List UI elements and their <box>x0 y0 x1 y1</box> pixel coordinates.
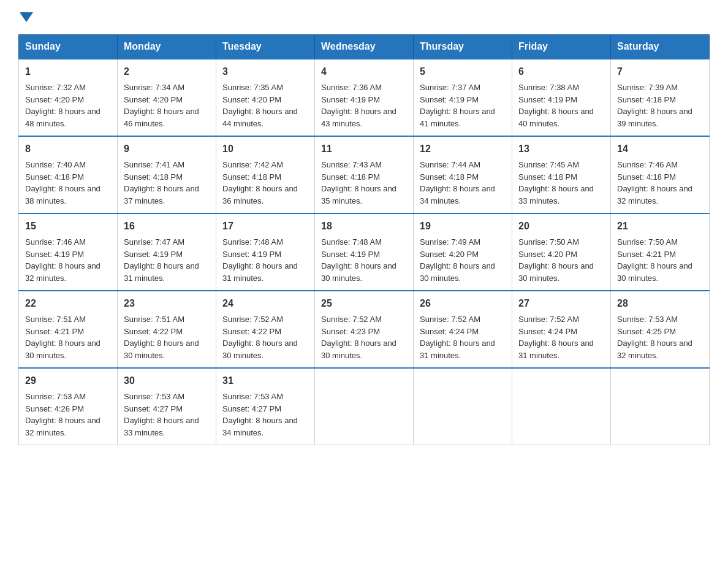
day-number: 9 <box>124 142 210 156</box>
calendar-header-row: SundayMondayTuesdayWednesdayThursdayFrid… <box>19 35 710 59</box>
week-row-2: 8Sunrise: 7:40 AMSunset: 4:18 PMDaylight… <box>19 136 710 213</box>
day-cell-9: 9Sunrise: 7:41 AMSunset: 4:18 PMDaylight… <box>118 136 216 213</box>
day-number: 14 <box>617 142 703 156</box>
week-row-1: 1Sunrise: 7:32 AMSunset: 4:20 PMDaylight… <box>19 59 710 136</box>
day-cell-30: 30Sunrise: 7:53 AMSunset: 4:27 PMDayligh… <box>118 368 216 445</box>
day-number: 13 <box>518 142 604 156</box>
day-number: 29 <box>25 373 111 388</box>
day-cell-10: 10Sunrise: 7:42 AMSunset: 4:18 PMDayligh… <box>216 136 315 213</box>
week-row-3: 15Sunrise: 7:46 AMSunset: 4:19 PMDayligh… <box>19 213 710 291</box>
day-cell-28: 28Sunrise: 7:53 AMSunset: 4:25 PMDayligh… <box>611 291 710 368</box>
day-cell-8: 8Sunrise: 7:40 AMSunset: 4:18 PMDaylight… <box>19 136 118 213</box>
day-number: 23 <box>124 296 210 311</box>
day-cell-29: 29Sunrise: 7:53 AMSunset: 4:26 PMDayligh… <box>19 368 118 445</box>
day-number: 12 <box>420 142 506 156</box>
day-cell-2: 2Sunrise: 7:34 AMSunset: 4:20 PMDaylight… <box>118 59 216 136</box>
day-cell-27: 27Sunrise: 7:52 AMSunset: 4:24 PMDayligh… <box>512 291 611 368</box>
day-number: 1 <box>25 64 111 79</box>
day-header-monday: Monday <box>118 35 216 59</box>
day-cell-24: 24Sunrise: 7:52 AMSunset: 4:22 PMDayligh… <box>216 291 315 368</box>
day-number: 31 <box>222 373 308 388</box>
day-cell-17: 17Sunrise: 7:48 AMSunset: 4:19 PMDayligh… <box>216 213 315 291</box>
day-header-thursday: Thursday <box>414 35 512 59</box>
day-number: 18 <box>321 219 407 234</box>
day-cell-3: 3Sunrise: 7:35 AMSunset: 4:20 PMDaylight… <box>216 59 315 136</box>
day-cell-20: 20Sunrise: 7:50 AMSunset: 4:20 PMDayligh… <box>512 213 611 291</box>
day-number: 3 <box>222 64 308 79</box>
empty-cell <box>611 368 710 445</box>
day-cell-1: 1Sunrise: 7:32 AMSunset: 4:20 PMDaylight… <box>19 59 118 136</box>
day-header-sunday: Sunday <box>19 35 118 59</box>
day-number: 25 <box>321 296 407 311</box>
day-header-saturday: Saturday <box>611 35 710 59</box>
day-cell-14: 14Sunrise: 7:46 AMSunset: 4:18 PMDayligh… <box>611 136 710 213</box>
day-cell-5: 5Sunrise: 7:37 AMSunset: 4:19 PMDaylight… <box>414 59 512 136</box>
logo <box>18 12 33 22</box>
day-number: 24 <box>222 296 308 311</box>
day-number: 5 <box>420 64 506 79</box>
day-header-wednesday: Wednesday <box>315 35 414 59</box>
day-cell-12: 12Sunrise: 7:44 AMSunset: 4:18 PMDayligh… <box>414 136 512 213</box>
day-cell-31: 31Sunrise: 7:53 AMSunset: 4:27 PMDayligh… <box>216 368 315 445</box>
day-number: 17 <box>222 219 308 234</box>
day-number: 20 <box>518 219 604 234</box>
calendar-table: SundayMondayTuesdayWednesdayThursdayFrid… <box>18 34 710 445</box>
day-number: 22 <box>25 296 111 311</box>
week-row-4: 22Sunrise: 7:51 AMSunset: 4:21 PMDayligh… <box>19 291 710 368</box>
day-cell-16: 16Sunrise: 7:47 AMSunset: 4:19 PMDayligh… <box>118 213 216 291</box>
day-number: 11 <box>321 142 407 156</box>
day-number: 16 <box>124 219 210 234</box>
day-cell-18: 18Sunrise: 7:48 AMSunset: 4:19 PMDayligh… <box>315 213 414 291</box>
day-number: 8 <box>25 142 111 156</box>
empty-cell <box>414 368 512 445</box>
day-number: 15 <box>25 219 111 234</box>
day-header-friday: Friday <box>512 35 611 59</box>
day-cell-21: 21Sunrise: 7:50 AMSunset: 4:21 PMDayligh… <box>611 213 710 291</box>
day-number: 7 <box>617 64 703 79</box>
day-cell-6: 6Sunrise: 7:38 AMSunset: 4:19 PMDaylight… <box>512 59 611 136</box>
day-cell-22: 22Sunrise: 7:51 AMSunset: 4:21 PMDayligh… <box>19 291 118 368</box>
day-cell-19: 19Sunrise: 7:49 AMSunset: 4:20 PMDayligh… <box>414 213 512 291</box>
day-cell-7: 7Sunrise: 7:39 AMSunset: 4:18 PMDaylight… <box>611 59 710 136</box>
day-number: 28 <box>617 296 703 311</box>
day-number: 2 <box>124 64 210 79</box>
day-number: 26 <box>420 296 506 311</box>
page-header <box>18 12 710 22</box>
day-cell-11: 11Sunrise: 7:43 AMSunset: 4:18 PMDayligh… <box>315 136 414 213</box>
day-number: 10 <box>222 142 308 156</box>
day-number: 4 <box>321 64 407 79</box>
logo-triangle-icon <box>20 10 33 23</box>
day-number: 21 <box>617 219 703 234</box>
day-cell-26: 26Sunrise: 7:52 AMSunset: 4:24 PMDayligh… <box>414 291 512 368</box>
empty-cell <box>512 368 611 445</box>
day-cell-15: 15Sunrise: 7:46 AMSunset: 4:19 PMDayligh… <box>19 213 118 291</box>
day-cell-23: 23Sunrise: 7:51 AMSunset: 4:22 PMDayligh… <box>118 291 216 368</box>
week-row-5: 29Sunrise: 7:53 AMSunset: 4:26 PMDayligh… <box>19 368 710 445</box>
day-header-tuesday: Tuesday <box>216 35 315 59</box>
empty-cell <box>315 368 414 445</box>
day-cell-25: 25Sunrise: 7:52 AMSunset: 4:23 PMDayligh… <box>315 291 414 368</box>
day-cell-13: 13Sunrise: 7:45 AMSunset: 4:18 PMDayligh… <box>512 136 611 213</box>
day-number: 27 <box>518 296 604 311</box>
day-number: 6 <box>518 64 604 79</box>
day-number: 30 <box>124 373 210 388</box>
svg-marker-0 <box>20 12 33 22</box>
day-cell-4: 4Sunrise: 7:36 AMSunset: 4:19 PMDaylight… <box>315 59 414 136</box>
day-number: 19 <box>420 219 506 234</box>
